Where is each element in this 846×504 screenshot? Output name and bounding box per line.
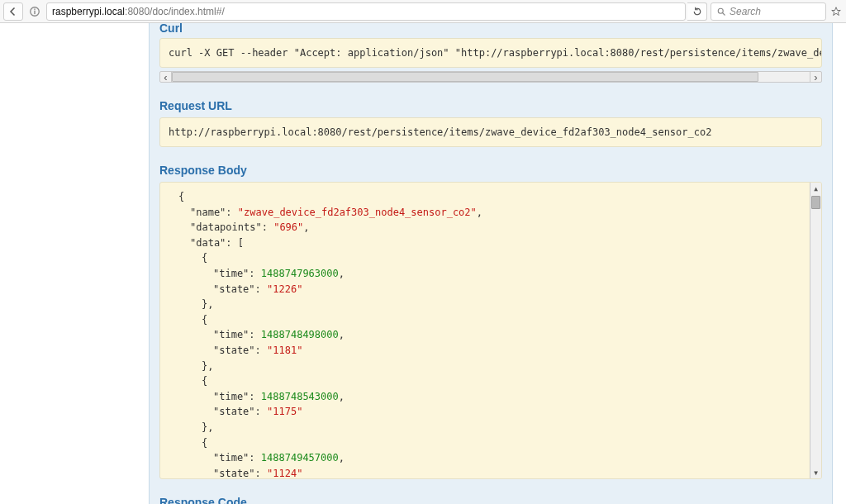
response-vertical-scrollbar[interactable]: ▴ ▾ [810, 183, 821, 478]
response-body-section: Response Body { "name": "zwave_device_fd… [150, 155, 832, 487]
svg-line-4 [723, 12, 725, 15]
curl-section: curl -X GET --header "Accept: applicatio… [150, 38, 832, 91]
response-body-block[interactable]: { "name": "zwave_device_fd2af303_node4_s… [159, 182, 822, 479]
reload-icon [692, 7, 702, 17]
back-button[interactable] [3, 2, 23, 21]
scroll-right-icon[interactable]: › [810, 72, 821, 82]
scroll-left-icon[interactable]: ‹ [160, 72, 172, 82]
curl-command-block[interactable]: curl -X GET --header "Accept: applicatio… [159, 38, 822, 68]
request-url-text: http://raspberrypi.local:8080/rest/persi… [169, 126, 711, 138]
search-placeholder: Search [730, 6, 761, 17]
curl-section-title: Curl [150, 23, 832, 38]
site-info-icon[interactable] [26, 6, 43, 17]
search-box[interactable]: Search [711, 2, 826, 21]
url-path: :8080/doc/index.html#/ [125, 6, 225, 17]
svg-rect-2 [34, 8, 35, 9]
scroll-up-icon[interactable]: ▴ [810, 183, 821, 194]
browser-toolbar: raspberrypi.local:8080/doc/index.html#/ … [0, 0, 846, 23]
response-code-section: Response Code [150, 487, 832, 504]
scroll-thumb[interactable] [172, 72, 758, 82]
viewport: Curl curl -X GET --header "Accept: appli… [0, 23, 846, 504]
request-url-block[interactable]: http://raspberrypi.local:8080/rest/persi… [159, 117, 822, 147]
curl-command-text: curl -X GET --header "Accept: applicatio… [169, 47, 822, 59]
svg-point-3 [718, 8, 723, 13]
url-host: raspberrypi.local [52, 6, 125, 17]
svg-rect-1 [34, 10, 35, 13]
request-url-title: Request URL [159, 93, 822, 117]
response-body-title: Response Body [159, 157, 822, 182]
scroll-track[interactable] [172, 72, 810, 82]
address-bar[interactable]: raspberrypi.local:8080/doc/index.html#/ [46, 2, 686, 21]
search-icon [716, 7, 726, 17]
response-code-title: Response Code [159, 489, 822, 504]
arrow-left-icon [8, 7, 18, 17]
curl-horizontal-scrollbar[interactable]: ‹ › [159, 71, 822, 83]
reload-button[interactable] [687, 2, 707, 21]
scroll-down-icon[interactable]: ▾ [810, 467, 821, 478]
api-response-panel: Curl curl -X GET --header "Accept: appli… [149, 23, 833, 504]
request-url-section: Request URL http://raspberrypi.local:808… [150, 91, 832, 155]
bookmark-icon[interactable] [829, 7, 843, 17]
scroll-thumb-vertical[interactable] [811, 196, 820, 209]
